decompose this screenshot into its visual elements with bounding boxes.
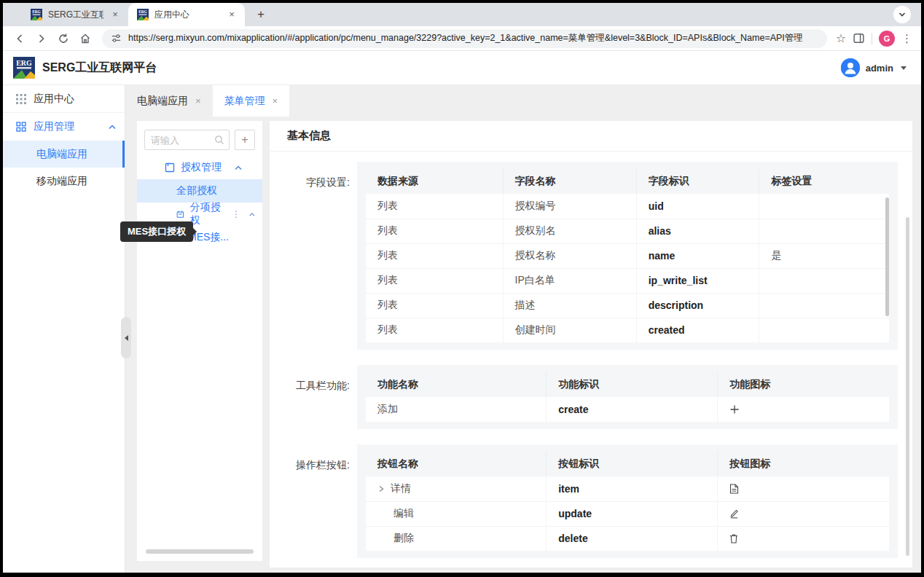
content-tab-label: 菜单管理 bbox=[224, 95, 265, 108]
back-icon bbox=[14, 33, 26, 44]
sidebar-item-pc-app[interactable]: 电脑端应用 bbox=[3, 141, 125, 168]
table-cell: 是 bbox=[759, 243, 889, 268]
app-title: SERG工业互联网平台 bbox=[42, 60, 157, 76]
content-tab-pc-app[interactable]: 电脑端应用 × bbox=[125, 85, 213, 117]
table-row: 列表授权别名alias bbox=[366, 219, 889, 243]
table-cell bbox=[759, 293, 889, 318]
svg-text:ERG: ERG bbox=[32, 9, 41, 14]
new-tab-button[interactable]: + bbox=[251, 4, 271, 25]
browser-tab-title: 应用中心 bbox=[154, 9, 220, 21]
user-name: admin bbox=[866, 63, 893, 74]
table-cell: ip_write_list bbox=[636, 268, 759, 293]
sidebar-collapse-handle[interactable] bbox=[121, 317, 131, 358]
chevron-right-icon[interactable] bbox=[377, 485, 385, 492]
content-tab-label: 电脑端应用 bbox=[137, 95, 188, 108]
browser-menu-icon[interactable]: ⋮ bbox=[901, 32, 912, 45]
sidebar: 应用中心 应用管理 电脑端应用 移动端应用 bbox=[3, 85, 125, 573]
column-header: 字段名称 bbox=[503, 169, 636, 194]
toolbar-divider bbox=[872, 33, 872, 44]
content-area: 电脑端应用 × 菜单管理 × MES接口授权 bbox=[125, 85, 921, 573]
svg-text:ERG: ERG bbox=[138, 9, 147, 14]
section-field-settings: 字段设置: 数据来源 字段名称 字段标识 bbox=[270, 162, 912, 350]
main-panel: 基本信息 字段设置: 数据来源 bbox=[270, 121, 912, 568]
user-avatar[interactable] bbox=[841, 58, 860, 77]
table-cell: alias bbox=[636, 219, 759, 243]
browser-toolbar: https://serg.mixyun.com/mixapplication/#… bbox=[3, 26, 921, 51]
profile-avatar[interactable]: G bbox=[879, 31, 895, 47]
app-manage-icon bbox=[16, 122, 26, 132]
table-cell bbox=[718, 526, 889, 551]
sidebar-item-app-center[interactable]: 应用中心 bbox=[3, 85, 125, 113]
favicon-erg: ERG bbox=[137, 9, 149, 20]
bookmark-folder-icon bbox=[165, 162, 175, 173]
content-tab-bar: 电脑端应用 × 菜单管理 × bbox=[125, 85, 921, 117]
url-text: https://serg.mixyun.com/mixapplication/#… bbox=[128, 32, 803, 44]
table-cell: 列表 bbox=[366, 219, 503, 243]
search-icon bbox=[214, 135, 224, 145]
tree-node-label: 全部授权 bbox=[176, 184, 217, 197]
table-cell: 授权别名 bbox=[503, 219, 636, 243]
table-cell: item bbox=[547, 476, 718, 501]
table-cell bbox=[759, 318, 889, 342]
table-cell: 列表 bbox=[366, 194, 503, 219]
chevron-up-icon[interactable] bbox=[235, 165, 242, 170]
tab-close-icon[interactable]: × bbox=[273, 95, 278, 106]
sidebar-item-label: 电脑端应用 bbox=[36, 148, 87, 161]
tree-node-auth-manage[interactable]: 授权管理 bbox=[144, 156, 255, 179]
tree-add-button[interactable]: + bbox=[235, 130, 255, 150]
tab-close-icon[interactable]: × bbox=[226, 9, 238, 20]
back-button[interactable] bbox=[10, 29, 29, 48]
column-header: 功能名称 bbox=[366, 372, 547, 397]
forward-button[interactable] bbox=[32, 29, 51, 48]
tab-search-button[interactable] bbox=[893, 6, 911, 23]
toolbar-actions: ☆ G ⋮ bbox=[834, 31, 912, 47]
tab-close-icon[interactable]: × bbox=[195, 95, 201, 106]
horizontal-scrollbar[interactable] bbox=[146, 549, 254, 554]
sidebar-item-app-manage[interactable]: 应用管理 bbox=[3, 113, 125, 141]
side-panel-icon[interactable] bbox=[853, 32, 865, 44]
calendar-icon bbox=[176, 209, 184, 219]
section-label: 操作栏按钮: bbox=[270, 444, 350, 558]
cell-text: 编辑 bbox=[394, 507, 414, 519]
browser-tab-serg[interactable]: ERG SERG工业互联网平台 × bbox=[22, 3, 128, 26]
reload-button[interactable] bbox=[54, 29, 73, 48]
address-bar[interactable]: https://serg.mixyun.com/mixapplication/#… bbox=[102, 29, 827, 48]
table-cell: 授权名称 bbox=[503, 243, 636, 268]
toolbar-table: 功能名称 功能标识 功能图标 添加create bbox=[366, 372, 889, 422]
vertical-scrollbar[interactable] bbox=[885, 197, 889, 316]
column-header: 功能标识 bbox=[547, 372, 718, 397]
column-header: 按钮名称 bbox=[366, 452, 547, 476]
content-tab-menu-manage[interactable]: 菜单管理 × bbox=[213, 85, 290, 117]
sidebar-item-label: 应用中心 bbox=[34, 93, 74, 106]
browser-window: ERG SERG工业互联网平台 × ERG 应用中心 × + https:/ bbox=[3, 3, 921, 573]
tree-node-tooltip: MES接口授权 bbox=[120, 221, 193, 242]
table-cell: 列表 bbox=[366, 293, 503, 318]
more-options-icon[interactable]: ⋮ bbox=[232, 209, 240, 219]
tab-close-icon[interactable]: × bbox=[109, 9, 121, 20]
table-cell: uid bbox=[636, 194, 759, 219]
site-settings-icon[interactable] bbox=[111, 33, 122, 44]
table-cell bbox=[718, 397, 889, 422]
chevron-up-icon[interactable] bbox=[249, 212, 255, 217]
cell-text: 删除 bbox=[394, 532, 414, 543]
action-table: 按钮名称 按钮标识 按钮图标 详情item编辑update删除delete bbox=[366, 452, 889, 551]
home-button[interactable] bbox=[76, 29, 95, 48]
user-menu[interactable]: admin bbox=[841, 58, 907, 77]
column-header: 标签设置 bbox=[759, 169, 889, 194]
browser-tab-appcenter[interactable]: ERG 应用中心 × bbox=[128, 3, 245, 26]
table-cell: update bbox=[547, 501, 718, 526]
section-label: 字段设置: bbox=[270, 162, 350, 350]
table-cell: 创建时间 bbox=[503, 318, 636, 342]
toolbar-table-container: 功能名称 功能标识 功能图标 添加create bbox=[357, 365, 898, 429]
table-row: 列表描述description bbox=[366, 293, 889, 318]
vertical-scrollbar[interactable] bbox=[906, 217, 909, 556]
sidebar-item-mobile-app[interactable]: 移动端应用 bbox=[3, 168, 125, 195]
column-header: 按钮标识 bbox=[547, 452, 718, 476]
app-logo: ERG bbox=[13, 57, 35, 79]
table-header-row: 功能名称 功能标识 功能图标 bbox=[366, 372, 889, 397]
bookmark-star-icon[interactable]: ☆ bbox=[836, 31, 846, 45]
sidebar-item-label: 移动端应用 bbox=[36, 175, 87, 188]
tree-node-all-auth[interactable]: 全部授权 bbox=[137, 179, 262, 203]
file-icon bbox=[729, 484, 739, 494]
reload-icon bbox=[58, 33, 69, 44]
